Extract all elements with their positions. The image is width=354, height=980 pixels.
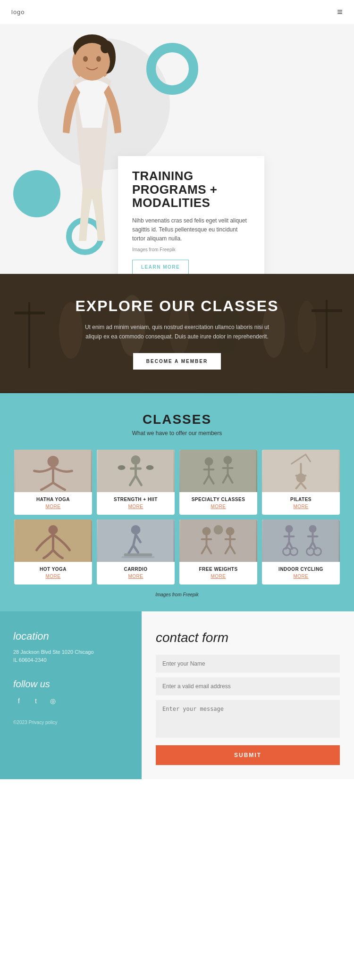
contact-email-input[interactable]	[156, 677, 340, 695]
class-more-hatha[interactable]: MORE	[14, 504, 92, 509]
contact-form: SUBMIT	[156, 655, 340, 765]
footer-address: 28 Jackson Blvd Ste 1020 Chicago IL 6060…	[13, 648, 128, 665]
freeweights-image	[179, 519, 257, 562]
explore-description: Ut enim ad minim veniam, quis nostrud ex…	[83, 322, 271, 342]
cycling-image	[262, 519, 340, 562]
class-more-specialty[interactable]: MORE	[179, 504, 257, 509]
follow-title: follow us	[13, 679, 128, 690]
class-name-cardio: CARRDIO	[97, 567, 175, 572]
class-card-specialty: SPECIALTY CLASSES MORE	[179, 450, 257, 515]
social-links: f t ◎	[13, 695, 128, 707]
classes-image-credit: Images from Freepik	[14, 592, 340, 597]
footer-contact-section: contact form SUBMIT	[142, 611, 354, 779]
hero-section: TRAININGPROGRAMS +MODALITIES Nihb venena…	[0, 24, 354, 274]
class-name-freeweights: FREE WEIGHTS	[179, 567, 257, 572]
svg-point-26	[224, 456, 232, 464]
svg-point-32	[131, 525, 141, 535]
class-image-pilates	[262, 450, 340, 492]
facebook-icon[interactable]: f	[13, 695, 25, 707]
specialty-image	[179, 450, 257, 492]
class-card-strength: STRENGTH + HIIT MORE	[97, 450, 175, 515]
twitter-icon[interactable]: t	[30, 695, 42, 707]
location-title: location	[13, 630, 128, 642]
classes-freepik-link[interactable]: Freepik	[183, 592, 199, 597]
site-footer: location 28 Jackson Blvd Ste 1020 Chicag…	[0, 611, 354, 779]
svg-point-36	[214, 525, 223, 535]
become-member-button[interactable]: BECOME A MEMBER	[133, 353, 221, 370]
class-name-hatha: HATHA YOGA	[14, 497, 92, 502]
contact-name-input[interactable]	[156, 655, 340, 673]
svg-point-4	[83, 56, 88, 62]
svg-rect-15	[14, 312, 45, 314]
classes-title: CLASSES	[14, 412, 340, 427]
explore-section: EXPLORE OUR CLASSES Ut enim ad minim ven…	[0, 274, 354, 393]
class-card-hot-yoga: HOT YOGA MORE	[14, 519, 92, 585]
contact-message-input[interactable]	[156, 700, 340, 738]
footer-location-section: location 28 Jackson Blvd Ste 1020 Chicag…	[0, 611, 142, 779]
hot-yoga-image	[14, 519, 92, 562]
svg-rect-17	[312, 309, 342, 312]
contact-form-title: contact form	[156, 630, 340, 645]
logo: logo	[11, 8, 25, 16]
classes-header: CLASSES What we have to offer our member…	[14, 412, 340, 436]
classes-section: CLASSES What we have to offer our member…	[0, 393, 354, 611]
class-card-hatha-yoga: HATHA YOGA MORE	[14, 450, 92, 515]
class-name-hotyoga: HOT YOGA	[14, 567, 92, 572]
class-more-strength[interactable]: MORE	[97, 504, 175, 509]
class-image-hatha	[14, 450, 92, 492]
svg-point-38	[226, 527, 235, 535]
svg-point-21	[131, 455, 141, 465]
class-image-freeweights	[179, 519, 257, 562]
strength-image	[97, 450, 175, 492]
class-name-specialty: SPECIALTY CLASSES	[179, 497, 257, 502]
freepik-link[interactable]: Freepik	[160, 247, 175, 252]
class-more-pilates[interactable]: MORE	[262, 504, 340, 509]
class-image-cycling	[262, 519, 340, 562]
cardio-image	[97, 519, 175, 562]
learn-more-button[interactable]: LEARN MORE	[132, 260, 189, 274]
svg-point-6	[101, 42, 110, 53]
class-card-freeweights: FREE WEIGHTS MORE	[179, 519, 257, 585]
class-more-freeweights[interactable]: MORE	[179, 574, 257, 579]
svg-point-22	[118, 465, 126, 470]
classes-grid: HATHA YOGA MORE STRENGTH + HIIT MORE	[14, 450, 340, 585]
instagram-icon[interactable]: ◎	[47, 695, 59, 707]
class-name-pilates: PILATES	[262, 497, 340, 502]
copyright-text: ©2023 Privacy policy	[13, 720, 128, 725]
classes-subtitle: What we have to offer our members	[14, 430, 340, 436]
explore-content: EXPLORE OUR CLASSES Ut enim ad minim ven…	[76, 297, 279, 370]
svg-point-30	[49, 525, 58, 535]
class-more-cardio[interactable]: MORE	[97, 574, 175, 579]
class-image-specialty	[179, 450, 257, 492]
svg-point-40	[286, 525, 293, 533]
class-name-strength: STRENGTH + HIIT	[97, 497, 175, 502]
class-more-cycling[interactable]: MORE	[262, 574, 340, 579]
explore-title: EXPLORE OUR CLASSES	[76, 297, 279, 315]
svg-point-37	[202, 527, 211, 535]
class-card-cardio: CARRDIO MORE	[97, 519, 175, 585]
svg-point-43	[309, 525, 317, 533]
class-image-cardio	[97, 519, 175, 562]
svg-rect-34	[122, 556, 155, 558]
svg-point-25	[205, 457, 213, 466]
hero-title: TRAININGPROGRAMS +MODALITIES	[132, 169, 250, 210]
svg-point-5	[96, 56, 101, 62]
class-image-hotyoga	[14, 519, 92, 562]
svg-rect-24	[181, 450, 256, 492]
hero-circle-teal-outline-top	[146, 43, 198, 95]
svg-point-23	[146, 465, 154, 470]
class-more-hotyoga[interactable]: MORE	[14, 574, 92, 579]
hamburger-menu-icon[interactable]: ≡	[337, 7, 343, 17]
hero-image-credit: Images from Freepik	[132, 247, 250, 252]
svg-rect-33	[124, 553, 152, 556]
svg-point-13	[297, 301, 316, 353]
svg-rect-39	[263, 519, 339, 562]
svg-point-19	[48, 456, 59, 467]
hero-description: Nihb venenatis cras sed felis eget velit…	[132, 216, 250, 244]
hatha-yoga-image	[14, 450, 92, 492]
pilates-image	[262, 450, 340, 492]
hero-woman-image	[35, 24, 149, 241]
site-header: logo ≡	[0, 0, 354, 24]
contact-submit-button[interactable]: SUBMIT	[156, 745, 340, 765]
class-image-strength	[97, 450, 175, 492]
